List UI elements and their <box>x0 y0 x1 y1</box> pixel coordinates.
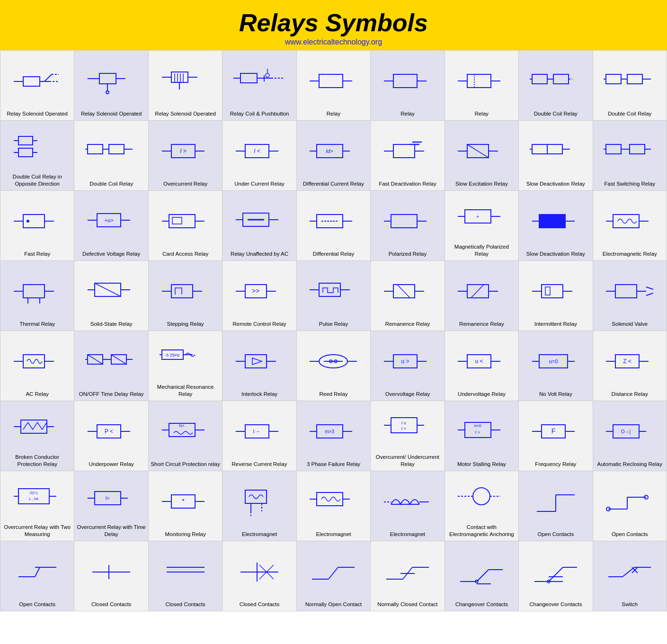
svg-rect-98 <box>172 217 182 224</box>
svg-text:P <: P < <box>105 428 113 435</box>
symbol-label: Solenoid Valve <box>612 321 648 328</box>
symbol-image <box>76 335 146 389</box>
svg-text:I >: I > <box>475 430 480 435</box>
svg-rect-116 <box>539 215 565 228</box>
symbol-image <box>595 54 665 108</box>
symbol-image <box>2 125 72 171</box>
svg-rect-0 <box>23 77 40 86</box>
svg-text:u=0: u=0 <box>549 358 558 364</box>
svg-point-24 <box>266 73 269 77</box>
symbol-image <box>224 475 294 529</box>
symbol-cell: Double Coil Relay <box>74 121 148 191</box>
symbol-label: Double Coil Relay <box>608 110 651 117</box>
symbol-label: Contact with Electromagnetic Anchoring <box>447 524 516 538</box>
symbol-cell: Thermal Relay <box>0 261 74 331</box>
svg-line-156 <box>646 287 653 289</box>
symbol-cell: Interlock Relay <box>222 331 296 401</box>
symbol-label: Open Contacts <box>612 531 648 538</box>
symbol-image <box>521 475 590 529</box>
symbol-label: Pulse Relay <box>319 321 348 328</box>
svg-rect-84 <box>606 144 621 154</box>
symbol-label: Switch <box>622 601 638 608</box>
symbol-image: +u> <box>76 195 146 249</box>
symbol-image: I ← <box>224 405 294 459</box>
symbol-label: Overcurrent Relay with Two Measuring <box>2 524 72 538</box>
svg-rect-109 <box>391 215 417 228</box>
symbol-image: I > <box>151 125 220 179</box>
symbol-cell: Electromagnet <box>297 471 371 541</box>
symbol-label: Relay Coil & Pushbutton <box>230 110 289 117</box>
svg-rect-81 <box>547 144 562 154</box>
svg-text:2(I>): 2(I>) <box>29 491 37 495</box>
svg-line-77 <box>467 144 489 158</box>
symbol-cell: Slow Excitation Relay <box>445 121 519 191</box>
symbol-image: m>3 <box>299 405 368 459</box>
svg-text:I <: I < <box>254 148 260 154</box>
symbol-label: Open Contacts <box>537 531 574 538</box>
symbol-label: Closed Contacts <box>91 601 131 608</box>
symbol-image <box>595 265 665 319</box>
symbol-image <box>521 125 590 179</box>
symbol-image <box>521 195 590 249</box>
symbol-image <box>299 195 368 249</box>
symbol-cell: Relay Solenoid Operated <box>74 51 148 121</box>
symbol-cell: + Magnetically Polarized Relay <box>445 191 519 261</box>
symbol-label: Fast Switching Relay <box>605 180 655 188</box>
symbol-label: Short Circuit Protection relay <box>151 461 220 468</box>
symbol-cell: Changeover Contacts <box>519 541 593 611</box>
svg-text:F: F <box>551 427 556 435</box>
symbol-cell: F Frequency Relay <box>519 401 593 471</box>
svg-line-142 <box>397 285 410 298</box>
svg-rect-49 <box>18 148 33 157</box>
symbol-label: Closed Contacts <box>165 601 205 608</box>
symbol-label: Reed Relay <box>319 391 347 398</box>
svg-rect-89 <box>23 215 44 228</box>
svg-text:I ≥: I ≥ <box>401 420 406 425</box>
svg-rect-80 <box>532 144 547 154</box>
symbol-cell: Id> Differential Current Relay <box>297 121 371 191</box>
svg-text:Z <: Z < <box>623 358 631 365</box>
symbol-cell: Relay Solenoid Operated <box>149 51 222 121</box>
symbol-cell: Double Coil Relay in Opposite Direction <box>0 121 74 191</box>
symbol-image <box>373 545 442 599</box>
symbol-cell: Relay <box>297 51 371 121</box>
symbol-label: Electromagnet <box>242 531 277 538</box>
symbol-image <box>151 265 220 319</box>
svg-point-90 <box>27 220 29 223</box>
symbol-label: ON/OFF Time Delay Relay <box>79 391 144 398</box>
symbol-image <box>595 475 665 529</box>
symbol-image <box>151 195 220 249</box>
svg-text:I >: I > <box>401 426 406 431</box>
svg-text:O→|: O→| <box>621 429 631 434</box>
svg-text:>>: >> <box>252 287 259 295</box>
symbol-cell: Remanence Relay <box>445 261 519 331</box>
symbol-image <box>595 195 665 249</box>
symbol-image: P < <box>76 405 146 459</box>
symbol-label: Normally Closed Contact <box>377 601 437 608</box>
symbol-cell: Relay Unaffected by AC <box>222 191 296 261</box>
symbol-cell: Closed Contacts <box>222 541 296 611</box>
symbol-image <box>447 125 516 179</box>
svg-rect-11 <box>171 72 188 82</box>
symbol-label: Overcurrent/ Undercurrent Relay <box>373 454 442 468</box>
symbol-cell: u > Overvoltage Relay <box>371 331 445 401</box>
symbol-image: F <box>521 405 590 459</box>
svg-rect-252 <box>317 492 343 506</box>
svg-rect-33 <box>467 74 491 88</box>
symbol-label: Relay <box>400 110 414 117</box>
symbol-cell: Fast Deactivation Relay <box>371 121 445 191</box>
symbol-cell: Polarized Relay <box>371 191 445 261</box>
symbol-cell: Relay Solenoid Operated <box>0 51 74 121</box>
symbol-cell: Switch <box>593 541 667 611</box>
symbol-label: Distance Relay <box>612 391 648 398</box>
svg-rect-45 <box>627 74 642 84</box>
symbol-label: Remanence Relay <box>459 321 504 328</box>
symbol-label: Double Coil Relay in Opposite Direction <box>2 173 72 188</box>
svg-rect-6 <box>99 73 116 84</box>
symbol-image: u > <box>373 335 442 389</box>
symbol-label: Relay Solenoid Operated <box>7 110 68 117</box>
symbol-image <box>595 125 665 179</box>
symbol-image: + <box>447 195 516 242</box>
svg-rect-150 <box>545 287 550 295</box>
symbol-image <box>2 545 72 599</box>
